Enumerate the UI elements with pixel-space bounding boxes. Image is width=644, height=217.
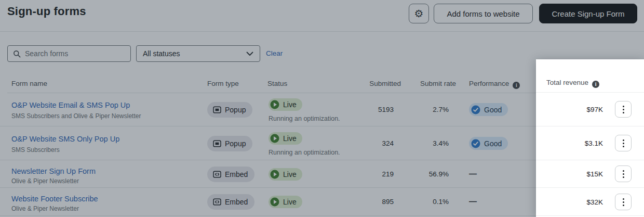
total-revenue-value: $15K [586, 170, 603, 178]
form-lists-label: Olive & Piper Newsletter [11, 177, 79, 185]
header-divider [0, 31, 644, 32]
column-header-submitted: Submitted [369, 80, 401, 87]
total-revenue-value: $3.1K [585, 139, 603, 147]
revenue-row: $32K [536, 188, 644, 216]
form-type-badge: Popup [207, 102, 252, 118]
embed-icon [213, 171, 221, 178]
submitted-value: 5193 [378, 106, 394, 113]
column-header-submit-rate: Submit rate [420, 80, 456, 87]
popup-icon [213, 106, 221, 113]
submitted-value: 219 [382, 170, 394, 178]
row-actions-button[interactable] [615, 101, 632, 118]
info-icon[interactable]: i [592, 81, 599, 88]
kebab-icon [623, 106, 624, 107]
check-icon [471, 105, 480, 114]
form-type-badge: Embed [207, 194, 254, 210]
info-icon[interactable]: i [513, 82, 520, 89]
embed-icon [213, 198, 221, 206]
status-badge-live: Live [269, 168, 302, 181]
kebab-icon [623, 170, 624, 172]
submitted-value: 895 [382, 198, 394, 206]
chevron-down-icon [246, 52, 253, 56]
form-name-link[interactable]: O&P Website Email & SMS Pop Up [11, 101, 130, 109]
submit-rate-value: 56.9% [429, 170, 449, 178]
submitted-value: 324 [382, 139, 394, 147]
column-header-form-type: Form type [207, 80, 239, 87]
form-type-badge: Popup [207, 136, 252, 151]
status-note: Running an optimization. [269, 149, 340, 156]
column-header-form-name: Form name [11, 80, 47, 87]
revenue-row: $97K [536, 93, 644, 126]
gear-icon: ⚙ [414, 7, 424, 20]
status-badge-live: Live [269, 132, 302, 145]
row-actions-button[interactable] [615, 165, 632, 182]
column-header-total-revenue: Total revenuei [536, 59, 644, 93]
play-icon [270, 170, 279, 179]
form-name-link[interactable]: Newsletter Sign Up Form [11, 167, 96, 175]
submit-rate-value: 2.7% [433, 106, 449, 113]
form-type-badge: Embed [207, 167, 254, 182]
signup-forms-page: Sign-up forms ⚙ Add forms to website Cre… [0, 0, 644, 217]
kebab-icon [623, 198, 624, 200]
popup-icon [213, 140, 221, 147]
search-input[interactable] [25, 49, 126, 58]
form-name-link[interactable]: O&P Website SMS Only Pop Up [11, 135, 119, 143]
revenue-row: $3.1K [536, 126, 644, 160]
performance-empty-dash: — [469, 197, 477, 206]
add-forms-to-website-button[interactable]: Add forms to website [434, 4, 533, 23]
performance-badge-good: Good [469, 137, 508, 150]
status-note: Running an optimization. [269, 115, 340, 122]
column-header-status: Status [267, 80, 287, 87]
play-icon [270, 134, 279, 143]
total-revenue-value: $32K [586, 198, 603, 206]
status-filter-value: All statuses [143, 49, 180, 58]
total-revenue-value: $97K [586, 106, 603, 113]
status-badge-live: Live [269, 196, 302, 208]
row-actions-button[interactable] [615, 135, 632, 151]
search-icon [13, 50, 21, 58]
row-actions-button[interactable] [615, 194, 632, 210]
submit-rate-value: 3.4% [433, 139, 449, 147]
play-icon [270, 100, 279, 109]
search-forms-box[interactable] [7, 45, 131, 62]
performance-badge-good: Good [469, 103, 508, 116]
status-filter-select[interactable]: All statuses [136, 45, 260, 62]
kebab-icon [623, 139, 624, 141]
total-revenue-spotlight-panel: Total revenuei $97K $3.1K $15K $32K [536, 59, 644, 217]
column-header-performance: Performancei [469, 80, 520, 89]
status-badge-live: Live [269, 98, 302, 111]
form-lists-label: SMS Subscribers and Olive & Piper Newsle… [11, 112, 141, 120]
check-icon [471, 139, 480, 148]
page-title: Sign-up forms [7, 5, 86, 18]
create-signup-form-button[interactable]: Create Sign-up Form [539, 4, 637, 23]
clear-filters-link[interactable]: Clear [266, 49, 283, 57]
settings-button[interactable]: ⚙ [409, 4, 429, 23]
performance-empty-dash: — [469, 169, 477, 178]
play-icon [270, 197, 279, 207]
revenue-row: $15K [536, 160, 644, 188]
submit-rate-value: 0.1% [433, 198, 449, 206]
form-lists-label: SMS Subscribers [11, 146, 60, 154]
form-lists-label: Olive & Piper Newsletter [11, 205, 79, 212]
form-name-link[interactable]: Website Footer Subscribe [11, 195, 98, 203]
